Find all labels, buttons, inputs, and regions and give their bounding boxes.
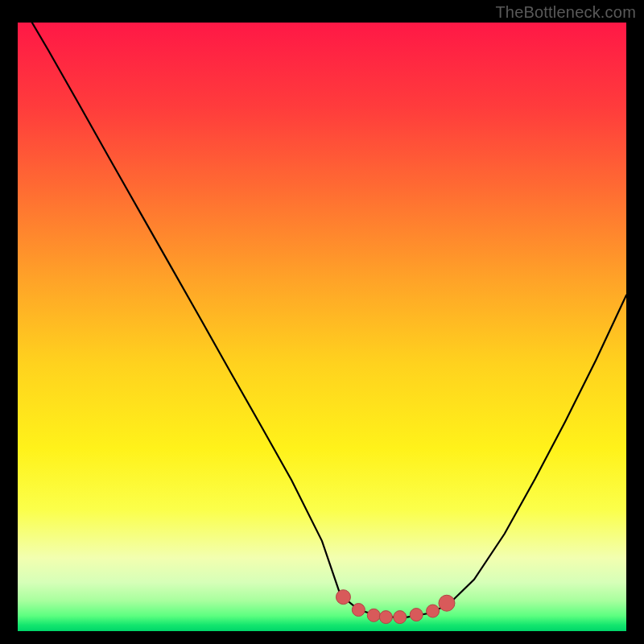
valley-marker (439, 595, 455, 611)
valley-marker (336, 590, 350, 605)
valley-marker (379, 611, 392, 624)
left-curve (18, 23, 341, 595)
valley-marker (367, 609, 380, 621)
curve-svg (18, 23, 626, 631)
plot-area (18, 23, 626, 631)
valley-marker (352, 604, 365, 617)
valley-marker (394, 611, 407, 624)
chart-stage: TheBottleneck.com (0, 0, 644, 644)
right-curve (450, 295, 626, 604)
valley-marker (410, 609, 423, 621)
valley-markers-group (336, 590, 455, 624)
valley-marker (427, 605, 440, 617)
watermark-text: TheBottleneck.com (495, 3, 636, 22)
